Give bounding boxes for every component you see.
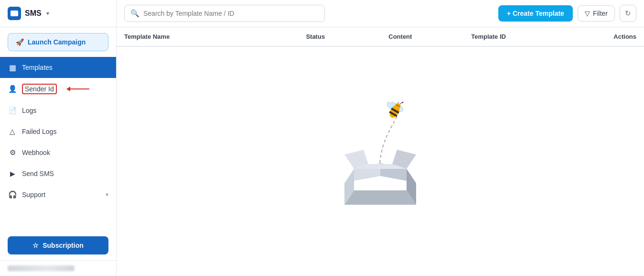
sidebar-item-send-sms-label: Send SMS bbox=[22, 170, 54, 177]
search-box[interactable]: 🔍 bbox=[124, 5, 325, 22]
filter-button[interactable]: ▽ Filter bbox=[578, 5, 615, 22]
launch-campaign-button[interactable]: 🚀 Launch Campaign bbox=[8, 33, 108, 51]
empty-state bbox=[328, 102, 433, 221]
app-chevron-icon[interactable]: ▾ bbox=[46, 10, 49, 17]
col-template-id: Template ID bbox=[471, 33, 554, 40]
sidebar-item-support[interactable]: 🎧 Support ▾ bbox=[0, 184, 116, 205]
sender-id-icon: 👤 bbox=[8, 84, 17, 94]
sidebar-item-failed-logs-label: Failed Logs bbox=[22, 128, 56, 135]
toolbar: 🔍 + Create Template ▽ Filter ↻ bbox=[117, 0, 644, 27]
sidebar-item-sender-id[interactable]: 👤 Sender Id bbox=[0, 78, 116, 100]
empty-state-illustration-svg bbox=[328, 102, 433, 221]
col-content: Content bbox=[388, 33, 471, 40]
table-header: Template Name Status Content Template ID… bbox=[117, 27, 644, 47]
templates-icon: ▦ bbox=[8, 63, 17, 72]
sidebar: SMS ▾ 🚀 Launch Campaign ▦ Templates 👤 Se… bbox=[0, 0, 117, 276]
toolbar-right: + Create Template ▽ Filter ↻ bbox=[498, 5, 636, 22]
svg-marker-2 bbox=[344, 190, 416, 205]
search-input[interactable] bbox=[143, 10, 319, 17]
subscription-label: Subscription bbox=[43, 242, 84, 249]
app-name: SMS bbox=[25, 9, 42, 18]
create-template-button[interactable]: + Create Template bbox=[498, 5, 573, 22]
col-actions: Actions bbox=[554, 33, 636, 40]
sidebar-item-failed-logs[interactable]: △ Failed Logs bbox=[0, 121, 116, 142]
sidebar-item-templates[interactable]: ▦ Templates bbox=[0, 57, 116, 78]
logo-inner bbox=[11, 11, 18, 16]
star-icon: ☆ bbox=[32, 242, 39, 249]
refresh-icon: ↻ bbox=[625, 9, 631, 18]
failed-logs-icon: △ bbox=[8, 127, 17, 136]
launch-campaign-label: Launch Campaign bbox=[28, 38, 86, 46]
nav-items: ▦ Templates 👤 Sender Id 📄 Logs bbox=[0, 57, 116, 231]
sidebar-item-webhook-label: Webhook bbox=[22, 149, 50, 156]
webhook-icon: ⚙ bbox=[8, 148, 17, 157]
support-icon: 🎧 bbox=[8, 190, 17, 199]
col-template-name: Template Name bbox=[124, 33, 306, 40]
sidebar-header: SMS ▾ bbox=[0, 0, 116, 27]
filter-icon: ▽ bbox=[585, 10, 590, 17]
sidebar-footer bbox=[0, 260, 116, 276]
rocket-icon: 🚀 bbox=[16, 38, 24, 46]
filter-label: Filter bbox=[593, 10, 608, 17]
support-chevron-icon: ▾ bbox=[106, 191, 108, 198]
arrow-indicator bbox=[64, 85, 93, 93]
sender-id-highlight-box: Sender Id bbox=[22, 84, 57, 94]
sidebar-item-templates-label: Templates bbox=[22, 64, 53, 71]
sidebar-item-webhook[interactable]: ⚙ Webhook bbox=[0, 142, 116, 163]
send-sms-icon: ▶ bbox=[8, 169, 17, 178]
create-template-label: + Create Template bbox=[507, 10, 564, 17]
search-icon: 🔍 bbox=[130, 9, 140, 18]
red-arrow-svg bbox=[64, 85, 93, 93]
table-body bbox=[117, 47, 644, 276]
sidebar-item-send-sms[interactable]: ▶ Send SMS bbox=[0, 163, 116, 184]
logs-icon: 📄 bbox=[8, 106, 17, 115]
sidebar-item-sender-id-label: Sender Id bbox=[25, 85, 54, 93]
app-logo bbox=[8, 7, 21, 20]
refresh-button[interactable]: ↻ bbox=[620, 5, 636, 22]
subscription-button[interactable]: ☆ Subscription bbox=[8, 236, 108, 254]
svg-marker-1 bbox=[66, 87, 70, 91]
sidebar-item-support-label: Support bbox=[22, 191, 45, 199]
main-content: 🔍 + Create Template ▽ Filter ↻ Template … bbox=[117, 0, 644, 276]
col-status: Status bbox=[306, 33, 388, 40]
sidebar-item-logs-label: Logs bbox=[22, 107, 36, 114]
sidebar-item-logs[interactable]: 📄 Logs bbox=[0, 100, 116, 121]
blurred-user-info bbox=[8, 265, 75, 271]
empty-illustration bbox=[328, 102, 433, 221]
svg-line-18 bbox=[397, 102, 400, 103]
